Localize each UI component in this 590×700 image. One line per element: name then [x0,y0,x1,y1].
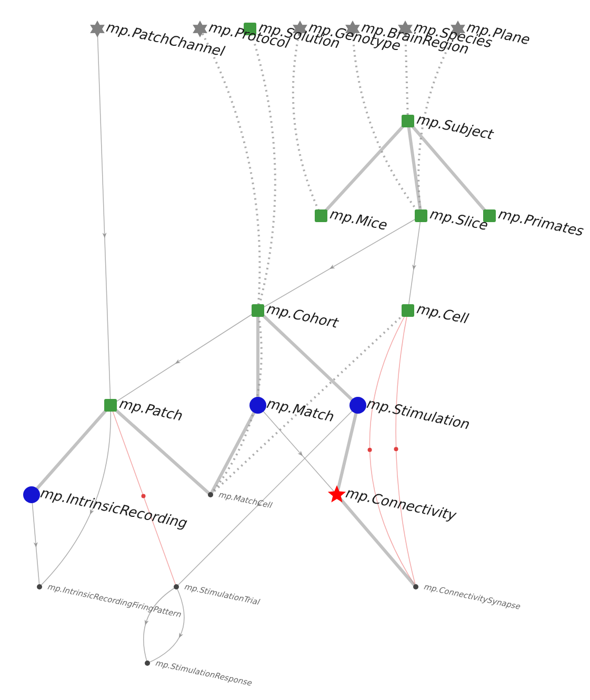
node-connsynapse [413,584,418,589]
svg-point-0 [394,447,398,451]
svg-point-1 [368,448,372,452]
edge-genotype-mice [293,29,321,216]
edge-slice-cell [408,216,421,311]
label-connectivity: mp.Connectivity [344,485,458,524]
svg-point-17 [413,584,418,589]
edge-cohort-patch [111,311,258,405]
label-stimtrial: mp.StimulationTrial [183,582,261,607]
svg-rect-8 [252,304,264,317]
node-matchcell [208,492,213,497]
edge-intrinsic-firingpattern [32,495,39,587]
node-intrinsic [23,486,40,503]
edge-patch-intrinsic [32,405,111,495]
svg-point-18 [145,661,150,666]
svg-point-14 [208,492,213,497]
edge-slice-cohort [258,216,421,311]
edge-solution-cohort [250,29,275,311]
label-mice: mp.Mice [328,206,389,234]
label-firingpattern: mp.IntrinsicRecordingFiringPattern [46,582,182,619]
schema-diagram: mp.PatchChannelmp.Protocolmp.Solutionmp.… [0,0,590,700]
label-primates: mp.Primates [496,206,585,239]
svg-point-2 [142,494,146,498]
label-intrinsic: mp.IntrinsicRecording [38,485,188,532]
svg-point-16 [37,584,42,589]
label-slice: mp.Slice [428,206,489,234]
svg-point-15 [174,584,179,589]
svg-point-11 [249,397,266,414]
edge-subject-mice [321,121,408,216]
label-stimulation: mp.Stimulation [365,395,471,433]
svg-rect-10 [104,399,117,412]
edge-stimtrial-stimresponse [144,587,176,663]
node-cell [402,304,414,317]
svg-rect-6 [415,209,427,222]
svg-rect-9 [402,304,414,317]
node-stimtrial [174,584,179,589]
node-patchchannel [90,21,105,37]
node-cohort [252,304,264,317]
edge-stimtrial-stimresponse [147,587,184,663]
edge-match-matchcell [211,405,258,495]
node-patch [104,399,117,412]
svg-rect-4 [402,115,414,127]
label-cell: mp.Cell [415,301,470,327]
svg-point-12 [349,397,366,414]
label-patchchannel: mp.PatchChannel [104,19,226,59]
label-connsynapse: mp.ConnectivitySynapse [423,582,522,612]
edge-cell-connsynapse [396,311,416,587]
edge-cell-connsynapse [369,311,416,587]
node-stimresponse [145,661,150,666]
label-matchcell: mp.MatchCell [217,489,273,510]
node-slice [415,209,427,222]
edge-stimulation-connectivity [337,405,358,495]
node-firingpattern [37,584,42,589]
node-stimulation [349,397,366,414]
edge-patchchannel-patch [97,29,111,405]
label-match: mp.Match [265,395,335,425]
svg-rect-5 [315,209,327,222]
node-protocol [193,21,207,37]
label-stimresponse: mp.StimulationResponse [154,658,253,688]
edge-protocol-cohort [200,29,259,311]
edge-stimulation-stimtrial [176,405,358,587]
node-match [249,397,266,414]
svg-point-13 [23,486,40,503]
node-mice [315,209,327,222]
node-subject [402,115,414,127]
label-subject: mp.Subject [415,111,496,143]
